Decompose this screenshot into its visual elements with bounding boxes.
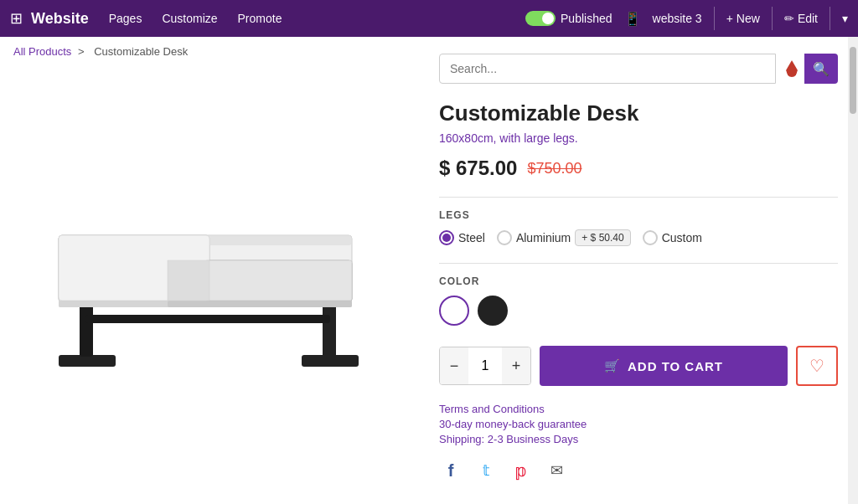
published-toggle[interactable] [525,11,556,26]
cart-row: − 1 + 🛒 ADD TO CART ♡ [439,346,838,386]
published-toggle-wrap: Published [525,11,612,26]
product-image [34,152,385,419]
custom-label: Custom [662,231,702,244]
legs-option-custom[interactable]: Custom [643,230,702,245]
nav-promote[interactable]: Promote [238,12,282,25]
device-icon[interactable]: 📱 [624,11,641,27]
terms-link-1[interactable]: 30-day money-back guarantee [439,418,838,430]
add-to-cart-label: ADD TO CART [628,359,723,373]
color-option-label: COLOR [439,275,838,287]
search-button[interactable]: 🔍 [804,54,838,84]
new-button[interactable]: + New [726,12,760,25]
wishlist-button[interactable]: ♡ [796,346,838,386]
nav-customize[interactable]: Customize [162,12,217,25]
nav-pages[interactable]: Pages [109,12,142,25]
scrollbar-thumb[interactable] [850,47,856,114]
svg-rect-7 [323,302,336,361]
svg-rect-14 [205,260,352,301]
website-name[interactable]: website 3 [653,12,702,25]
product-image-panel: All Products > Customizable Desk [0,37,419,504]
aluminium-label: Aluminium [516,231,571,244]
divider-2 [439,263,838,264]
svg-rect-5 [59,355,116,367]
pinterest-icon[interactable]: 𝕡 [509,459,533,482]
search-input[interactable] [439,54,776,84]
aluminium-price-badge: + $ 50.40 [575,229,630,246]
quantity-decrease[interactable]: − [440,347,468,384]
price-row: $ 675.00 $750.00 [439,157,838,180]
steel-label: Steel [458,231,485,244]
navbar-divider3 [830,7,830,30]
product-title: Customizable Desk [439,100,838,126]
twitter-icon[interactable]: 𝕥 [474,459,498,482]
email-icon[interactable]: ✉ [545,459,568,482]
product-image-container [0,66,419,504]
navbar-links: Pages Customize Promote [109,12,525,25]
content-area: All Products > Customizable Desk [0,37,858,504]
search-icon: 🔍 [813,61,830,77]
price-current: $ 675.00 [439,157,517,180]
legs-options: Steel Aluminium + $ 50.40 Custom [439,229,838,246]
divider-1 [439,197,838,198]
color-black[interactable] [478,296,508,326]
navbar-divider [714,7,715,30]
product-subtitle: 160x80cm, with large legs. [439,131,838,145]
svg-rect-9 [85,315,330,323]
product-detail-panel: 🔍 Customizable Desk 160x80cm, with large… [419,37,858,504]
svg-rect-12 [168,301,352,307]
breadcrumb: All Products > Customizable Desk [0,37,419,66]
aluminium-radio[interactable] [497,230,512,245]
add-to-cart-button[interactable]: 🛒 ADD TO CART [540,346,788,386]
price-original: $750.00 [527,160,581,177]
legs-option-steel[interactable]: Steel [439,230,485,245]
legs-option-label: LEGS [439,209,838,221]
navbar-right: Published 📱 website 3 + New ✏ Edit ▾ [525,7,848,30]
terms-links: Terms and Conditions 30-day money-back g… [439,403,838,445]
custom-radio[interactable] [643,230,658,245]
pencil-icon: ✏ [784,12,794,25]
edit-button[interactable]: ✏ Edit [784,12,818,25]
breadcrumb-current: Customizable Desk [94,45,188,58]
breadcrumb-parent[interactable]: All Products [13,45,71,58]
svg-rect-6 [80,302,93,357]
scrollbar-track [848,37,858,504]
plus-icon: + [726,12,733,25]
heart-icon: ♡ [809,356,824,376]
water-drop-icon [786,60,798,77]
terms-link-0[interactable]: Terms and Conditions [439,403,838,415]
svg-rect-8 [302,355,359,367]
color-options [439,296,838,326]
quantity-increase[interactable]: + [502,347,530,384]
quantity-input[interactable]: 1 [468,347,502,384]
social-row: f 𝕥 𝕡 ✉ [439,459,838,482]
search-bar-row: 🔍 [439,54,838,84]
quantity-control: − 1 + [439,347,531,385]
color-white[interactable] [439,296,469,326]
navbar: ⊞ Website Pages Customize Promote Publis… [0,0,858,37]
brand-label: Website [31,10,89,28]
steel-radio[interactable] [439,230,454,245]
cart-icon: 🛒 [604,358,621,373]
terms-link-2[interactable]: Shipping: 2-3 Business Days [439,433,838,445]
legs-option-aluminium[interactable]: Aluminium + $ 50.40 [497,229,631,246]
navbar-divider2 [772,7,773,30]
published-label: Published [561,12,612,25]
grid-icon[interactable]: ⊞ [10,9,23,28]
facebook-icon[interactable]: f [439,459,463,482]
navbar-dropdown-arrow[interactable]: ▾ [842,12,848,25]
breadcrumb-separator: > [78,45,87,58]
